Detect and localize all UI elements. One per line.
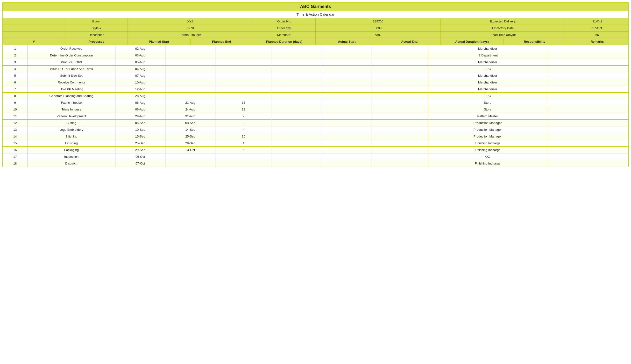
cell-12-1: Logo Embroidery (28, 126, 115, 133)
cell-0-3 (165, 45, 215, 52)
cell-8-2: 06-Aug (115, 100, 165, 106)
cell-15-1: Packaging (28, 147, 115, 154)
cell-6-1: Hold PP Meeting (28, 86, 115, 93)
cell-9-9 (547, 106, 628, 113)
table-row: 9Fabric Inhouse06-Aug21-Aug15Store (3, 100, 628, 106)
ex-factory-label: Ex-factory Date: (441, 25, 566, 32)
cell-10-7 (372, 113, 428, 120)
cell-13-3: 25-Sep (165, 133, 215, 140)
cell-16-5 (272, 154, 322, 160)
cell-4-0: 5 (3, 72, 28, 79)
cell-12-5 (272, 126, 322, 133)
cell-0-7 (372, 45, 428, 52)
cell-2-2: 05-Aug (115, 59, 165, 66)
cell-14-2: 25-Sep (115, 140, 165, 147)
cell-2-5 (272, 59, 322, 66)
cell-2-4 (215, 59, 272, 66)
style-value: 8978 (128, 25, 253, 32)
cell-14-5 (272, 140, 322, 147)
table-row: 6Receive Comments10-AugMerchandiser (3, 79, 628, 86)
table-row: 14Stitching15-Sep25-Sep10Production Mana… (3, 133, 628, 140)
table-row: 12Cutting05-Sep08-Sep3Production Manager (3, 120, 628, 126)
cell-1-6 (322, 52, 372, 59)
cell-9-3: 24-Aug (165, 106, 215, 113)
cell-1-7 (372, 52, 428, 59)
cell-9-8: Store (428, 106, 547, 113)
col-header-planned-duration: Planned Duration (days) (253, 38, 316, 45)
cell-9-2: 06-Aug (115, 106, 165, 113)
cell-13-9 (547, 133, 628, 140)
cell-1-2: 03-Aug (115, 52, 165, 59)
buyer-label: Buyer (65, 18, 128, 25)
table-row: 16Packaging29-Sep04-Oct5Finishing Inchar… (3, 147, 628, 154)
cell-11-6 (322, 120, 372, 126)
cell-14-4: 4 (215, 140, 272, 147)
cell-1-8: IE Department (428, 52, 547, 59)
cell-12-0: 13 (3, 126, 28, 133)
cell-16-0: 17 (3, 154, 28, 160)
cell-5-4 (215, 79, 272, 86)
cell-11-9 (547, 120, 628, 126)
cell-0-0: 1 (3, 45, 28, 52)
merchant-value: ABC (316, 32, 440, 38)
col-header-num: # (3, 38, 65, 45)
cell-5-5 (272, 79, 322, 86)
cell-14-1: Finishing (28, 140, 115, 147)
cell-17-0: 18 (3, 160, 28, 167)
cell-15-9 (547, 147, 628, 154)
cell-12-3: 14-Sep (165, 126, 215, 133)
empty-cell-1 (3, 18, 65, 25)
cell-12-7 (372, 126, 428, 133)
expected-delivery-value: 11-Oct (566, 18, 628, 25)
cell-6-4 (215, 86, 272, 93)
cell-15-2: 29-Sep (115, 147, 165, 154)
cell-7-4 (215, 93, 272, 100)
cell-10-9 (547, 113, 628, 120)
cell-3-9 (547, 66, 628, 72)
table-row: 4Issue PO For Fabric And Trims06-AugPPC (3, 66, 628, 72)
cell-8-3: 21-Aug (165, 100, 215, 106)
cell-15-0: 16 (3, 147, 28, 154)
table-row: 10Trims Inhouse06-Aug24-Aug18Store (3, 106, 628, 113)
cell-11-4: 3 (215, 120, 272, 126)
cell-6-6 (322, 86, 372, 93)
main-table: ABC Garments Time & Action Calendar Buye… (3, 2, 628, 45)
cell-4-1: Submit Size Set (28, 72, 115, 79)
cell-7-7 (372, 93, 428, 100)
expected-delivery-label: Expected Delivery: (441, 18, 566, 25)
col-header-planned-end: Planned End (190, 38, 253, 45)
cell-9-7 (372, 106, 428, 113)
cell-8-8: Store (428, 100, 547, 106)
cell-6-2: 12-Aug (115, 86, 165, 93)
cell-4-8: Merchandiser (428, 72, 547, 79)
cell-15-6 (322, 147, 372, 154)
cell-14-3: 29-Sep (165, 140, 215, 147)
cell-13-6 (322, 133, 372, 140)
cell-16-2: 06-Oct (115, 154, 165, 160)
cell-2-8: Merchandiser (428, 59, 547, 66)
cell-13-1: Stitching (28, 133, 115, 140)
cell-11-0: 12 (3, 120, 28, 126)
description-label: Description (65, 32, 128, 38)
cell-2-0: 3 (3, 59, 28, 66)
cell-6-5 (272, 86, 322, 93)
table-row: 11Pattern Development29-Aug31-Aug2Patter… (3, 113, 628, 120)
order-qty-value: 5000 (316, 25, 440, 32)
cell-0-6 (322, 45, 372, 52)
col-header-processes: Processes (65, 38, 128, 45)
cell-4-4 (215, 72, 272, 79)
cell-13-8: Production Manager (428, 133, 547, 140)
cell-14-9 (547, 140, 628, 147)
description-value: Formal Trouser (128, 32, 253, 38)
cell-17-4 (215, 160, 272, 167)
cell-1-0: 2 (3, 52, 28, 59)
cell-13-2: 15-Sep (115, 133, 165, 140)
ex-factory-value: 07-Oct (566, 25, 628, 32)
cell-15-5 (272, 147, 322, 154)
cell-14-0: 15 (3, 140, 28, 147)
cell-5-8: Merchandiser (428, 79, 547, 86)
cell-0-1: Order Received (28, 45, 115, 52)
cell-2-3 (165, 59, 215, 66)
cell-11-2: 05-Sep (115, 120, 165, 126)
cell-13-5 (272, 133, 322, 140)
